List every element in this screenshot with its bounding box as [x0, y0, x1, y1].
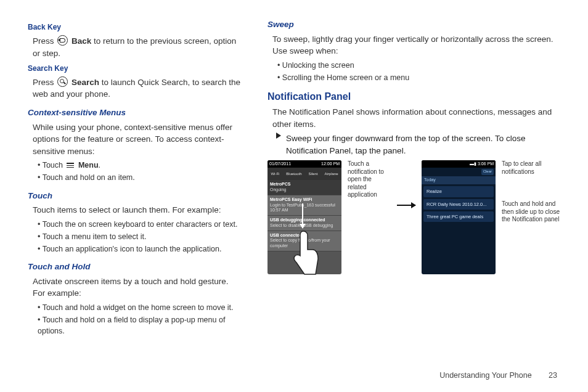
phone1-row: USB connected Select to copy files to/fr… [267, 231, 341, 251]
list-item: Touch an application's icon to launch th… [38, 243, 243, 255]
text: Touch [43, 161, 65, 169]
touch-hold-list: Touch and hold a widget on the home scre… [33, 302, 243, 337]
text: MetroPCS [270, 182, 290, 186]
status-time: 12:00 PM [321, 161, 340, 167]
phone1-wrap: 01/07/2011 12:00 PM Wi-Fi Bluetooth Sile… [267, 160, 341, 274]
notif-step-text: Sweep your finger downward from the top … [286, 133, 560, 157]
back-icon [57, 35, 68, 46]
notification-figure: 01/07/2011 12:00 PM Wi-Fi Bluetooth Sile… [267, 160, 560, 274]
touch-body: Touch items to select or launch them. Fo… [33, 204, 243, 216]
list-item: Touch Menu. [38, 160, 243, 171]
heading-touch-hold: Touch and Hold [28, 261, 243, 273]
page-columns: Back Key Press Back to return to the pre… [0, 0, 588, 346]
list-item: Touch a menu item to select it. [38, 231, 243, 242]
page-footer: Understanding Your Phone 23 [439, 371, 557, 380]
phone2-today-header: Today [422, 176, 496, 184]
list-item: Unlocking the screen [277, 60, 560, 71]
status-date: 01/07/2011 [269, 161, 291, 167]
phone2-card: Realize [423, 186, 494, 197]
annotation-clear: Tap to clear all notifications [502, 160, 560, 176]
phone2-clear-button: Clear [481, 169, 494, 175]
text: USB connected [270, 233, 302, 237]
notif-step: Sweep your finger downward from the top … [276, 133, 560, 157]
text: Ongoing [270, 187, 286, 192]
swipe-down-arrow-icon [302, 203, 303, 228]
list-item: Touch the on screen keyboard to enter ch… [38, 219, 243, 230]
text: Press [33, 78, 56, 87]
text: Press [33, 36, 56, 46]
right-column: Sweep To sweep, lightly drag your finger… [267, 18, 560, 340]
annotation-left: Touch a notification to open the related… [348, 160, 391, 199]
toggle: Bluetooth [286, 172, 301, 177]
phone2-card: Three great PC game deals [423, 211, 494, 222]
phone1-screenshot: 01/07/2011 12:00 PM Wi-Fi Bluetooth Sile… [267, 160, 341, 274]
context-menus-body: While using your phone, context-sensitiv… [33, 121, 243, 158]
toggle: Wi-Fi [271, 172, 279, 177]
toggle: Silent [309, 172, 318, 177]
search-icon [57, 76, 68, 87]
text: USB debugging connected [270, 218, 325, 222]
heading-touch: Touch [28, 190, 243, 202]
text: . [99, 161, 100, 169]
left-column: Back Key Press Back to return to the pre… [28, 18, 243, 340]
back-label: Back [71, 36, 91, 46]
phone2-statusbar: ▬▮ 3:06 PM [422, 160, 496, 168]
phone1-quick-toggles: Wi-Fi Bluetooth Silent Airplane [267, 168, 341, 180]
heading-context-menus: Context-sensitive Menus [28, 107, 243, 119]
text: Select to copy files to/from your comput… [270, 238, 330, 248]
phone1-section: MetroPCS Ongoing [267, 180, 341, 195]
heading-notification-panel: Notification Panel [267, 89, 560, 104]
list-item: Scrolling the Home screen or a menu [277, 72, 560, 83]
list-item: Touch and hold on an item. [38, 172, 243, 183]
sweep-body: To sweep, lightly drag your finger verti… [272, 33, 560, 57]
page-number: 23 [549, 371, 557, 380]
annotation-right: Tap to clear all notifications Touch and… [502, 160, 560, 224]
search-key-body: Press Search to launch Quick Search, to … [33, 76, 243, 100]
back-key-body: Press Back to return to the previous scr… [33, 35, 243, 59]
list-item: Touch and hold a widget on the home scre… [38, 302, 243, 313]
notif-body: The Notification Panel shows information… [272, 106, 560, 130]
touch-hold-body: Activate onscreen items by a touch and h… [33, 276, 243, 300]
text: MetroPCS Easy WiFi [270, 197, 312, 202]
annotation-close: Touch and hold and then slide up to clos… [502, 200, 560, 224]
sweep-list: Unlocking the screen Scrolling the Home … [272, 60, 560, 83]
phone2-screenshot: ▬▮ 3:06 PM Clear Today Realize RCR Daily… [422, 160, 496, 274]
footer-section: Understanding Your Phone [439, 371, 531, 380]
toggle: Airplane [324, 172, 338, 177]
touch-list: Touch the on screen keyboard to enter ch… [33, 219, 243, 255]
menu-icon [67, 162, 74, 169]
search-label: Search [71, 78, 99, 87]
status-time: 3:06 PM [478, 161, 494, 167]
heading-search-key: Search Key [28, 63, 243, 74]
list-item: Touch and hold on a field to display a p… [38, 314, 243, 337]
phone2-card: RCR Daily News 2010.12.0... [423, 199, 494, 210]
arrow-right-icon [397, 205, 415, 206]
heading-back-key: Back Key [28, 22, 243, 33]
context-menus-list: Touch Menu. Touch and hold on an item. [33, 160, 243, 183]
phone1-row: MetroPCS Easy WiFi Login to TestPubs_163… [267, 195, 341, 216]
step-arrow-icon [276, 133, 281, 139]
menu-label: Menu [78, 161, 99, 169]
heading-sweep: Sweep [267, 18, 560, 31]
phone1-statusbar: 01/07/2011 12:00 PM [267, 160, 341, 168]
signal-icon: ▬▮ [470, 161, 476, 167]
